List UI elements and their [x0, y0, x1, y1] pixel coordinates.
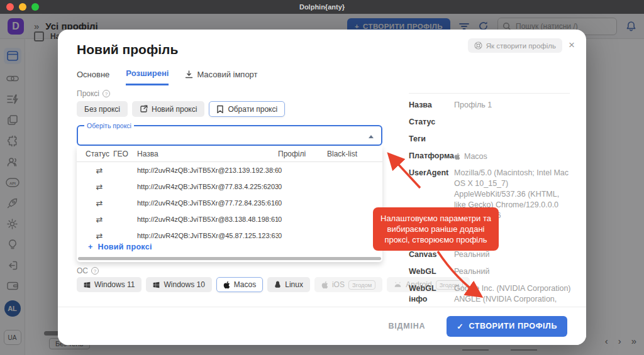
screen: Dolphin{anty} D » Усі профілі + СТВОРИТИ…	[0, 0, 644, 355]
summary-tags-value	[454, 134, 571, 145]
proxy-row[interactable]: ⇄ http://2uvR4zQB:JviTB5Xr@213.139.192.3…	[77, 162, 382, 178]
summary-status-label: Статус	[409, 117, 454, 128]
close-icon[interactable]: ×	[566, 38, 577, 52]
proxy-table-header: Статус ГЕО Назва Профілі Black-list	[77, 146, 382, 162]
transfer-icon: ⇄	[86, 231, 113, 241]
os-ios-button: iOS Згодом	[314, 277, 382, 292]
proxy-dropdown-panel: Статус ГЕО Назва Профілі Black-list ⇄ ht…	[77, 146, 382, 262]
minimize-window-button[interactable]	[19, 3, 26, 11]
os-section-label: ОС ?	[77, 266, 99, 275]
new-profile-modal: Новий профіль Як створити профіль × Осно…	[58, 30, 586, 345]
apple-icon	[321, 281, 328, 289]
lifebuoy-icon	[474, 41, 482, 50]
modal-title: Новий профіль	[77, 42, 178, 57]
transfer-icon: ⇄	[86, 182, 113, 192]
col-geo: ГЕО	[113, 150, 137, 158]
export-icon	[140, 105, 148, 113]
summary-platform-label: Платформа	[409, 151, 454, 161]
summary-canvas-label: Canvas	[409, 249, 454, 260]
cancel-button[interactable]: ВІДМІНА	[384, 321, 429, 331]
proxy-row[interactable]: ⇄ http://2uvR4zQB:JviTB5Xr@77.83.4.225:6…	[77, 178, 382, 195]
tab-basic[interactable]: Основне	[77, 68, 109, 85]
help-circle-icon[interactable]: ?	[103, 90, 110, 97]
summary-platform-value: Macos	[464, 152, 487, 161]
summary-canvas-value: Реальний	[454, 249, 571, 260]
modal-tabs: Основне Розширені Масовий імпорт	[77, 68, 258, 85]
col-status: Статус	[86, 150, 113, 158]
col-name: Назва	[137, 150, 278, 158]
proxy-select[interactable]: Оберіть проксі	[77, 125, 382, 146]
create-profile-submit-button[interactable]: ✓ СТВОРИТИ ПРОФІЛЬ	[447, 316, 567, 337]
summary-webgl-value: Реальний	[454, 266, 571, 277]
apple-icon	[223, 281, 230, 289]
proxy-row[interactable]: ⇄ http://2uvR4zQB:JviTB5Xr@77.72.84.235:…	[77, 195, 382, 211]
summary-webgl-label: WebGL	[409, 266, 454, 277]
summary-name-label: Назва	[409, 100, 454, 111]
col-profiles: Профілі	[278, 150, 327, 158]
summary-divider	[409, 93, 570, 94]
window-controls	[6, 3, 39, 11]
android-icon	[394, 281, 402, 288]
windows-icon	[84, 281, 91, 288]
plus-icon: +	[88, 243, 93, 251]
zoom-window-button[interactable]	[31, 3, 39, 11]
transfer-icon: ⇄	[86, 199, 113, 208]
os-windows11-button[interactable]: Windows 11	[77, 277, 142, 292]
coming-soon-badge: Згодом	[348, 280, 375, 290]
transfer-icon: ⇄	[86, 166, 113, 175]
dropdown-horizontal-scrollbar[interactable]	[78, 257, 381, 260]
new-proxy-button[interactable]: Новий проксі	[132, 101, 204, 117]
col-blacklist: Black-list	[327, 150, 382, 158]
os-macos-button[interactable]: Macos	[216, 277, 263, 292]
tab-advanced[interactable]: Розширені	[126, 68, 169, 85]
summary-tags-label: Теги	[409, 134, 454, 145]
no-proxy-button[interactable]: Без проксі	[77, 101, 128, 117]
chevron-up-icon[interactable]	[369, 135, 374, 138]
tab-bulk-import[interactable]: Масовий імпорт	[185, 68, 257, 85]
apple-icon	[454, 153, 460, 160]
proxy-mode-buttons: Без проксі Новий проксі Обрати проксі	[77, 101, 285, 117]
transfer-icon: ⇄	[86, 215, 113, 224]
help-circle-icon[interactable]: ?	[91, 267, 99, 275]
windows-icon	[153, 281, 160, 288]
check-icon: ✓	[457, 322, 464, 331]
add-new-proxy-link[interactable]: + Новий проксі	[84, 242, 156, 252]
proxy-section-label: Проксі ?	[77, 89, 110, 98]
how-to-create-profile-button[interactable]: Як створити профіль	[468, 38, 562, 53]
os-linux-button[interactable]: Linux	[267, 277, 310, 292]
proxy-select-label: Оберіть проксі	[84, 122, 134, 129]
os-windows10-button[interactable]: Windows 10	[146, 277, 211, 292]
select-proxy-button[interactable]: Обрати проксі	[209, 101, 285, 117]
annotation-callout: Налаштовуємо параметри та вибираємо рані…	[373, 207, 499, 251]
summary-name-value: Профіль 1	[454, 100, 571, 111]
import-icon	[185, 70, 193, 79]
bookmark-icon	[216, 105, 224, 114]
proxy-row[interactable]: ⇄ http://2uvR4zQB:JviTB5Xr@83.138.48.198…	[77, 211, 382, 227]
summary-status-value	[454, 117, 571, 128]
linux-icon	[274, 281, 281, 289]
modal-footer: ВІДМІНА ✓ СТВОРИТИ ПРОФІЛЬ	[58, 307, 586, 345]
window-title: Dolphin{anty}	[299, 3, 345, 11]
close-window-button[interactable]	[6, 3, 14, 11]
macos-titlebar: Dolphin{anty}	[0, 0, 644, 14]
